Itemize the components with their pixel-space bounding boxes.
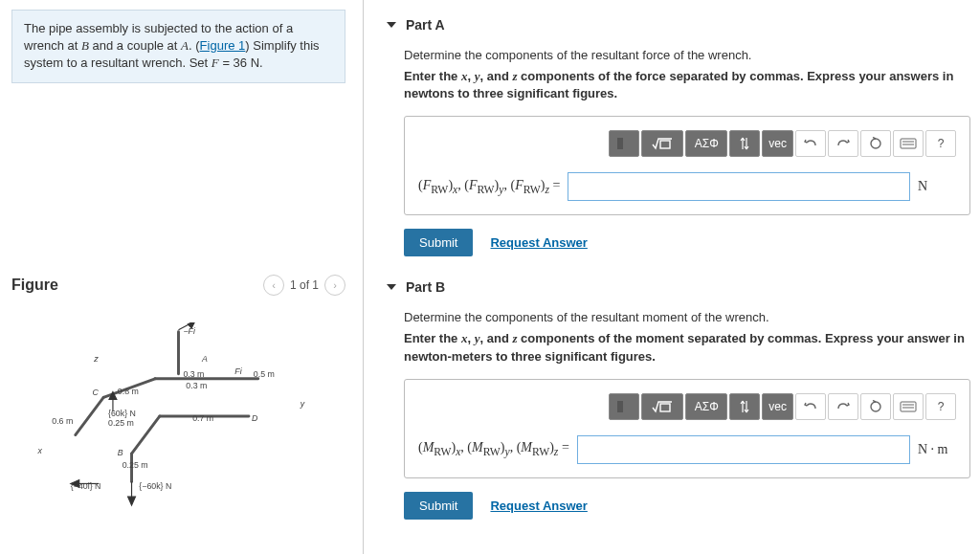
figure-pager: ‹ 1 of 1 › — [263, 275, 345, 296]
templates-button[interactable] — [609, 393, 639, 420]
part-a-toolbar: ΑΣΦ vec — [418, 130, 956, 157]
svg-text:Fi: Fi — [234, 366, 242, 375]
svg-text:0.5 m: 0.5 m — [254, 368, 275, 378]
problem-text-3: . ( — [189, 38, 200, 53]
svg-marker-10 — [128, 497, 136, 505]
part-b-unit: N · m — [918, 442, 956, 457]
part-b-title: Part B — [406, 279, 445, 295]
part-b-request-link[interactable]: Request Answer — [490, 499, 587, 513]
part-b-toolbar: ΑΣΦ vec — [418, 393, 956, 420]
templates-button[interactable] — [609, 130, 639, 157]
part-a-instructions: Enter the x, y, and z components of the … — [404, 68, 970, 102]
next-figure-button[interactable]: › — [324, 275, 345, 296]
keyboard-button[interactable] — [893, 393, 924, 420]
figure-link[interactable]: Figure 1 — [200, 38, 246, 53]
var-A: A — [181, 38, 189, 53]
prev-figure-button[interactable]: ‹ — [263, 275, 284, 296]
svg-rect-36 — [617, 138, 623, 149]
right-panel: Part A Determine the components of the r… — [364, 0, 980, 554]
sqrt-button[interactable] — [641, 393, 683, 420]
svg-text:A: A — [201, 354, 208, 364]
svg-rect-38 — [660, 141, 670, 148]
part-a-answer-box: ΑΣΦ vec — [404, 116, 970, 215]
svg-text:0.7 m: 0.7 m — [192, 412, 213, 422]
svg-text:0.25 m: 0.25 m — [108, 417, 134, 427]
part-b-input[interactable] — [577, 435, 910, 464]
svg-rect-44 — [660, 404, 670, 411]
svg-rect-43 — [617, 401, 623, 412]
part-b-instructions: Enter the x, y, and z components of the … — [404, 330, 970, 365]
updown-button[interactable] — [729, 130, 760, 157]
part-b: Part B Determine the components of the r… — [387, 279, 970, 519]
svg-text:0.3 m: 0.3 m — [186, 380, 207, 389]
svg-point-39 — [871, 139, 880, 148]
keyboard-button[interactable] — [893, 130, 924, 157]
redo-button[interactable] — [828, 130, 858, 157]
part-a-prompt: Determine the components of the resultan… — [404, 48, 970, 62]
part-a-input[interactable] — [568, 172, 910, 201]
part-a-title: Part A — [406, 17, 445, 33]
part-b-header[interactable]: Part B — [387, 279, 970, 295]
chevron-down-icon — [387, 284, 396, 290]
svg-text:{−60k} N: {−60k} N — [139, 481, 171, 491]
redo-button[interactable] — [828, 393, 858, 420]
help-button[interactable]: ? — [925, 130, 956, 157]
svg-text:y: y — [300, 399, 305, 409]
svg-text:D: D — [252, 412, 258, 422]
left-panel: The pipe assembly is subjected to the ac… — [0, 0, 364, 554]
svg-text:C: C — [92, 388, 99, 397]
problem-statement: The pipe assembly is subjected to the ac… — [11, 10, 345, 83]
vec-button[interactable]: vec — [762, 393, 793, 420]
part-b-prompt: Determine the components of the resultan… — [404, 310, 970, 324]
svg-line-5 — [132, 416, 160, 454]
var-B: B — [81, 38, 89, 53]
figure-title: Figure — [11, 277, 58, 294]
part-a-header[interactable]: Part A — [387, 17, 970, 33]
undo-button[interactable] — [795, 130, 826, 157]
greek-button[interactable]: ΑΣΦ — [685, 130, 727, 157]
svg-rect-40 — [901, 139, 916, 148]
svg-point-45 — [871, 402, 880, 411]
svg-text:0.8 m: 0.8 m — [118, 387, 139, 396]
svg-text:B: B — [118, 448, 123, 457]
svg-text:−Fi: −Fi — [183, 325, 196, 335]
help-button[interactable]: ? — [925, 393, 956, 420]
svg-text:x: x — [37, 446, 43, 455]
svg-text:{60k} N: {60k} N — [108, 409, 136, 418]
part-a-lhs: (FRW)x, (FRW)y, (FRW)z = — [418, 178, 560, 196]
part-a: Part A Determine the components of the r… — [387, 17, 970, 256]
updown-button[interactable] — [729, 393, 760, 420]
part-b-answer-box: ΑΣΦ vec — [404, 379, 970, 478]
sqrt-button[interactable] — [641, 130, 683, 157]
problem-text-5: = 36 N. — [219, 55, 263, 70]
svg-text:0.6 m: 0.6 m — [52, 415, 73, 425]
part-a-unit: N — [918, 179, 956, 194]
reset-button[interactable] — [860, 393, 891, 420]
greek-button[interactable]: ΑΣΦ — [685, 393, 727, 420]
svg-line-3 — [76, 397, 103, 434]
part-a-request-link[interactable]: Request Answer — [490, 235, 587, 250]
vec-button[interactable]: vec — [762, 130, 793, 157]
svg-text:z: z — [93, 354, 99, 364]
pager-text: 1 of 1 — [290, 278, 319, 292]
svg-text:{−40i} N: {−40i} N — [71, 481, 101, 491]
svg-rect-46 — [901, 402, 916, 411]
chevron-down-icon — [387, 22, 396, 28]
svg-text:0.25 m: 0.25 m — [122, 459, 148, 469]
reset-button[interactable] — [860, 130, 891, 157]
problem-text-2: and a couple at — [89, 38, 181, 53]
part-b-submit-button[interactable]: Submit — [404, 492, 473, 520]
figure-header: Figure ‹ 1 of 1 › — [11, 275, 345, 296]
figure-image: −Fi A Fi 0.5 m 0.3 m 0.3 m 0.8 m C z y x… — [11, 322, 345, 513]
svg-text:0.3 m: 0.3 m — [183, 368, 204, 378]
part-a-submit-button[interactable]: Submit — [404, 229, 473, 256]
part-b-lhs: (MRW)x, (MRW)y, (MRW)z = — [418, 440, 569, 458]
var-F: F — [212, 55, 219, 70]
undo-button[interactable] — [795, 393, 826, 420]
